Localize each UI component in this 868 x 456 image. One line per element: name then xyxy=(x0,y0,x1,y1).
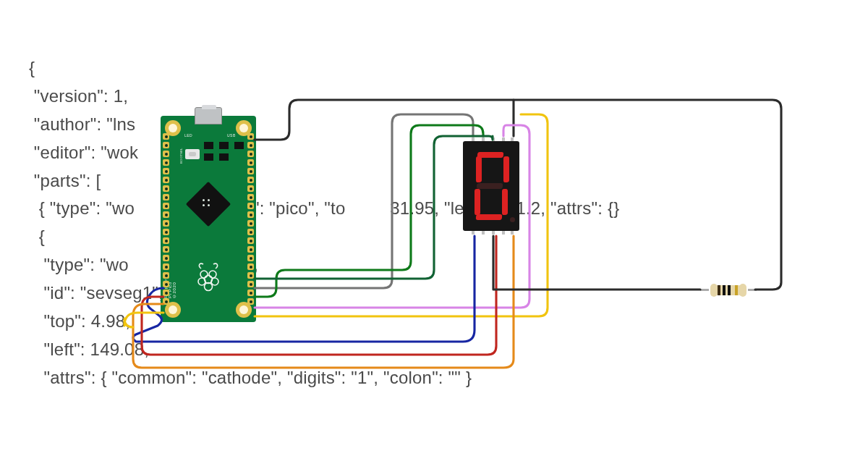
pico-pin[interactable] xyxy=(163,263,169,270)
segment-g xyxy=(477,183,503,189)
usb-connector-icon xyxy=(195,107,222,124)
resistor-lead[interactable] xyxy=(700,289,709,291)
pico-pin[interactable] xyxy=(247,255,254,261)
svg-point-0 xyxy=(200,271,208,278)
pico-pin[interactable] xyxy=(163,194,169,200)
pico-pin[interactable] xyxy=(247,177,254,183)
code-line: "editor": "wok xyxy=(29,143,138,162)
pico-pin[interactable] xyxy=(247,237,254,244)
sevseg-pin[interactable] xyxy=(492,138,495,141)
svg-point-1 xyxy=(209,271,216,278)
raspberry-pi-logo-icon xyxy=(195,261,221,292)
code-line: "id": "sevseg1", xyxy=(29,283,163,303)
code-line: { "type": "wo ico", "id": "pico", "to 31… xyxy=(29,198,619,218)
pico-pin[interactable] xyxy=(163,177,169,183)
pico-pin[interactable] xyxy=(163,151,169,157)
pico-pin[interactable] xyxy=(247,168,254,174)
sevseg-pin[interactable] xyxy=(511,138,514,141)
pico-pin[interactable] xyxy=(247,246,254,253)
segment-f xyxy=(476,156,482,182)
sevseg-pin[interactable] xyxy=(472,138,475,141)
resistor-lead[interactable] xyxy=(748,289,757,291)
sevseg-pin[interactable] xyxy=(502,231,505,235)
segment-b xyxy=(503,156,509,182)
usb-label: USB xyxy=(227,133,236,138)
pico-pin[interactable] xyxy=(247,203,254,209)
pico-pin[interactable] xyxy=(163,290,169,296)
pico-pin[interactable] xyxy=(247,142,254,148)
resistor-band xyxy=(735,285,738,295)
code-line: "parts": [ xyxy=(29,171,101,190)
pico-pin[interactable] xyxy=(247,211,254,218)
pico-pin-column-left xyxy=(163,133,169,305)
pico-pin[interactable] xyxy=(163,281,169,287)
bootsel-label: BOOTSEL xyxy=(179,148,183,164)
pico-pin[interactable] xyxy=(163,255,169,261)
sevseg-pin[interactable] xyxy=(482,138,485,141)
sevseg-pin[interactable] xyxy=(492,231,495,235)
part-seven-segment[interactable] xyxy=(463,141,519,231)
code-background: { "version": 1, "author": "lns "editor":… xyxy=(29,54,839,392)
resistor-body xyxy=(713,285,744,295)
pico-pin-column-right xyxy=(247,133,254,305)
code-line: "version": 1, xyxy=(29,86,128,106)
pico-pin[interactable] xyxy=(163,133,169,140)
pico-pin[interactable] xyxy=(247,229,254,235)
pico-pin[interactable] xyxy=(163,159,169,166)
code-line: "attrs": { "common": "cathode", "digits"… xyxy=(29,368,472,387)
pico-pin[interactable] xyxy=(163,211,169,218)
pico-pin[interactable] xyxy=(247,151,254,157)
segment-d xyxy=(476,214,503,220)
sevseg-pin[interactable] xyxy=(511,231,514,235)
segment-c xyxy=(502,189,508,215)
pico-pin[interactable] xyxy=(163,203,169,209)
segment-dp xyxy=(510,217,515,222)
smd-pads xyxy=(204,153,229,161)
code-line: "author": "lns xyxy=(29,114,135,134)
pico-pin[interactable] xyxy=(163,142,169,148)
pico-pin[interactable] xyxy=(247,159,254,166)
code-line: { xyxy=(29,227,45,246)
pico-pin[interactable] xyxy=(163,185,169,192)
pico-pin[interactable] xyxy=(163,298,169,305)
segment-e xyxy=(475,189,480,215)
pico-pin[interactable] xyxy=(247,298,254,305)
sevseg-pin[interactable] xyxy=(482,231,485,235)
pico-pin[interactable] xyxy=(247,220,254,227)
resistor-band xyxy=(728,285,731,295)
pico-pin[interactable] xyxy=(247,133,254,140)
pico-pin[interactable] xyxy=(163,229,169,235)
code-line: { xyxy=(29,58,35,77)
pico-pin[interactable] xyxy=(163,246,169,253)
part-resistor[interactable] xyxy=(706,284,751,297)
sevseg-pin[interactable] xyxy=(472,231,475,235)
pico-pin[interactable] xyxy=(163,272,169,279)
resistor-band xyxy=(723,285,726,295)
pico-pin[interactable] xyxy=(247,185,254,192)
code-line: "top": 4.98, xyxy=(29,311,130,331)
pico-pin[interactable] xyxy=(247,194,254,200)
pico-pin[interactable] xyxy=(247,263,254,270)
chip-marking xyxy=(203,199,210,206)
pico-pin[interactable] xyxy=(247,281,254,287)
smd-pads xyxy=(204,142,244,149)
sevseg-pin[interactable] xyxy=(502,138,505,141)
resistor-band xyxy=(718,285,720,295)
pico-pin[interactable] xyxy=(247,272,254,279)
pico-pin[interactable] xyxy=(163,237,169,244)
pico-pin[interactable] xyxy=(247,290,254,296)
pico-pin[interactable] xyxy=(163,168,169,174)
code-line: "left": 149.08, xyxy=(29,339,149,359)
part-pi-pico[interactable]: USB LED BOOTSEL Raspberry Pi Pico ©2020 xyxy=(161,116,256,322)
pico-pin[interactable] xyxy=(163,220,169,227)
bootsel-button-icon[interactable] xyxy=(185,149,200,159)
led-label: LED xyxy=(184,133,192,138)
